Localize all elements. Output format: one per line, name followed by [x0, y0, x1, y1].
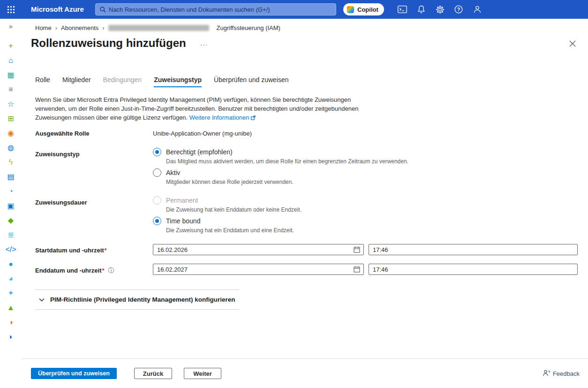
function-apps-icon[interactable]: ϟ [0, 155, 22, 169]
feedback-label: Feedback [553, 370, 580, 377]
all-services-icon[interactable]: ≡ [0, 82, 22, 97]
radio-option-time-bound[interactable]: Time bound Die Zuweisung hat ein Enddatu… [153, 217, 294, 234]
close-icon[interactable] [568, 39, 577, 48]
title-more-ellipsis: ... [200, 39, 208, 47]
back-button[interactable]: Zurück [134, 368, 172, 379]
external-link-icon [251, 114, 256, 122]
entra-id-icon[interactable]: ✦ [0, 286, 22, 300]
azure-portal-window: Microsoft Azure Copilot ? » +⌂▦≡ [0, 0, 588, 388]
tab-zuweisungstyp[interactable]: Zuweisungstyp [154, 76, 202, 87]
app-launcher-icon[interactable] [0, 0, 22, 19]
breadcrumb-item-redacted[interactable] [108, 25, 209, 31]
chevron-right-icon: › [102, 24, 104, 31]
key-vaults-icon[interactable]: ◆ [0, 213, 22, 228]
start-date-input[interactable] [153, 246, 354, 253]
selected-role-value: Unibe-Application-Owner (mg-unibe) [153, 130, 252, 137]
search-input[interactable] [109, 6, 336, 13]
search-icon [100, 7, 106, 13]
start-datetime-label-text: Startdatum und -uhrzeit [35, 247, 104, 254]
app-services-icon[interactable]: ◍ [0, 140, 22, 155]
home-icon[interactable]: ⌂ [0, 53, 22, 68]
account-person-icon[interactable] [468, 0, 487, 19]
learn-more-link[interactable]: Weitere Informationen [189, 114, 256, 121]
global-search [95, 3, 336, 15]
radio-unselected-icon[interactable] [153, 168, 161, 177]
pim-intro-text: Wenn Sie über Microsoft Entra Privileged… [35, 95, 363, 122]
radio-label: Permanent [166, 196, 302, 205]
start-datetime-label: Startdatum und -uhrzeit* [35, 247, 107, 254]
create-resource-icon[interactable]: + [0, 38, 22, 53]
tab-ueberpruefen-und-zuweisen[interactable]: Überprüfen und zuweisen [214, 76, 289, 87]
security-center-icon[interactable]: ▲ [0, 300, 22, 315]
radio-description: Die Zuweisung hat kein Enddatum oder kei… [166, 206, 302, 213]
review-assign-button[interactable]: Überprüfen und zuweisen [31, 368, 117, 379]
api-management-icon[interactable]: </> [0, 242, 22, 257]
virtual-machines-icon[interactable]: ▣ [0, 198, 22, 213]
radio-description: Die Zuweisung hat ein Enddatum und eine … [166, 227, 294, 234]
settings-gear-icon[interactable] [430, 0, 449, 19]
pim-policy-section-title: PIM-Richtlinie (Privileged Identity Mana… [50, 296, 235, 303]
radio-description: Das Mitglied muss aktiviert werden, um d… [166, 158, 408, 165]
copilot-label: Copilot [357, 6, 378, 13]
breadcrumb-item-home[interactable]: Home [35, 24, 52, 31]
copilot-icon [347, 6, 354, 13]
divider [35, 309, 239, 310]
radio-option-aktiv[interactable]: Aktiv Mitglieder können diese Rolle jede… [153, 168, 294, 186]
radio-selected-icon[interactable] [153, 217, 161, 225]
start-time-input[interactable] [369, 246, 577, 253]
notifications-bell-icon[interactable] [412, 0, 430, 19]
end-time-input[interactable] [369, 266, 577, 273]
end-datetime-label-text: Enddatum und -uhrzeit [35, 267, 102, 274]
start-date-field [153, 244, 364, 255]
radio-selected-icon[interactable] [153, 148, 161, 156]
cloud-shell-icon[interactable] [393, 0, 412, 19]
start-time-field [369, 244, 578, 255]
radio-option-berechtigt[interactable]: Berechtigt (empfohlen) Das Mitglied muss… [153, 148, 408, 165]
footer-divider [22, 358, 588, 359]
sidebar-expand-icon[interactable]: » [0, 23, 22, 34]
required-asterisk: * [105, 247, 107, 254]
radio-label[interactable]: Time bound [166, 217, 294, 225]
svg-text:?: ? [457, 7, 460, 12]
cloud-services-icon[interactable]: ◕ [0, 271, 22, 286]
radio-label[interactable]: Aktiv [166, 168, 294, 177]
end-time-field [369, 264, 578, 275]
breadcrumb-item-subscriptions[interactable]: Abonnements [61, 24, 98, 31]
pim-policy-section-toggle[interactable]: PIM-Richtlinie (Privileged Identity Mana… [39, 295, 235, 304]
favorites-icon[interactable]: ☆ [0, 97, 22, 111]
dashboard-icon[interactable]: ▦ [0, 68, 22, 82]
chevron-down-icon [39, 295, 45, 304]
page-title-row: Rollenzuweisung hinzufügen ... [31, 37, 208, 50]
next-button[interactable]: Weiter [184, 368, 221, 379]
resource-groups-icon[interactable]: ⊞ [0, 111, 22, 126]
page-title: Rollenzuweisung hinzufügen [31, 37, 186, 50]
assignment-type-label: Zuweisungstyp [35, 151, 80, 158]
cosmos-db-icon[interactable]: ◔ [0, 184, 22, 198]
end-date-field [153, 264, 364, 275]
sidebar-icon-list: +⌂▦≡☆⊞◉◍ϟ▤◔▣◆≣</>●◕✦▲◑◗ [0, 38, 22, 344]
radio-description: Mitglieder können diese Rolle jederzeit … [166, 179, 294, 186]
brand-title[interactable]: Microsoft Azure [31, 0, 84, 19]
learn-more-label: Weitere Informationen [189, 114, 249, 121]
calendar-icon[interactable] [354, 246, 360, 253]
app-registrations-icon[interactable]: ◉ [0, 126, 22, 140]
users-icon[interactable]: ◗ [0, 329, 22, 344]
storage-accounts-icon[interactable]: ≣ [0, 228, 22, 242]
radio-option-permanent: Permanent Die Zuweisung hat kein Enddatu… [153, 196, 302, 213]
cost-management-icon[interactable]: ◑ [0, 315, 22, 329]
copilot-button[interactable]: Copilot [343, 3, 384, 15]
chevron-right-icon: › [55, 24, 57, 31]
info-icon[interactable]: ⓘ [108, 267, 114, 274]
sql-databases-icon[interactable]: ▤ [0, 169, 22, 184]
tab-mitglieder[interactable]: Mitglieder [62, 76, 91, 87]
left-sidebar: » +⌂▦≡☆⊞◉◍ϟ▤◔▣◆≣</>●◕✦▲◑◗ [0, 19, 22, 388]
top-bar: Microsoft Azure Copilot ? [0, 0, 588, 19]
help-icon[interactable]: ? [449, 0, 468, 19]
radio-label[interactable]: Berechtigt (empfohlen) [166, 148, 408, 156]
tab-rolle[interactable]: Rolle [35, 76, 50, 87]
calendar-icon[interactable] [354, 266, 360, 273]
end-date-input[interactable] [153, 266, 354, 273]
data-factory-icon[interactable]: ● [0, 257, 22, 271]
assignment-duration-label: Zuweisungsdauer [35, 199, 87, 206]
feedback-link[interactable]: Feedback [543, 370, 580, 378]
